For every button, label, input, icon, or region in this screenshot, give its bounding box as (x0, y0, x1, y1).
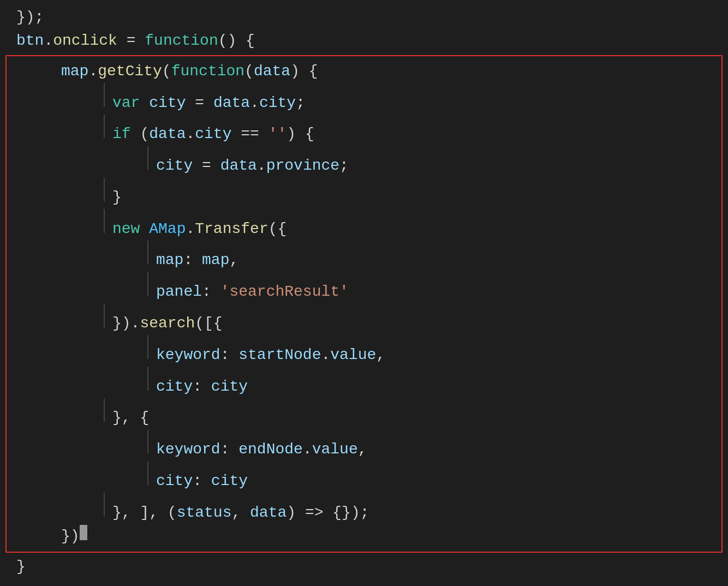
code-line-8: panel: 'searchResult' (7, 272, 721, 304)
code-line-top: }); (0, 5, 728, 29)
code-token: map (156, 248, 183, 272)
code-line-onclick: btn.onclick = function() { (0, 29, 728, 52)
code-token: city (149, 91, 186, 115)
code-line-12: }, { (7, 398, 721, 430)
code-token: city (156, 154, 193, 177)
code-token: value (312, 438, 358, 461)
code-token: btn (16, 29, 44, 52)
text-cursor (80, 525, 87, 540)
code-token: city (211, 375, 248, 398)
code-line-bottom: } (0, 555, 728, 578)
code-token: city (259, 91, 296, 115)
code-token: value (330, 343, 376, 367)
code-line-3: if (data.city == '') { (7, 115, 721, 146)
code-token: province (266, 154, 339, 177)
code-token: Transfer (195, 217, 268, 241)
code-token: () { (218, 29, 255, 52)
code-token: city (211, 469, 248, 493)
code-token: status (177, 501, 232, 524)
highlighted-code-block: map.getCity(function(data) { var city = … (5, 55, 723, 553)
code-line-7: map: map, (7, 241, 721, 272)
code-line-10: keyword: startNode.value, (7, 335, 721, 367)
code-token: search (140, 312, 195, 335)
code-token: data (254, 59, 290, 83)
code-token: if (112, 122, 131, 146)
code-token: keyword (156, 438, 220, 461)
code-line-11: city: city (7, 367, 721, 398)
code-line-close: }) (7, 524, 721, 548)
code-token: data (149, 122, 186, 146)
code-token: } (16, 555, 26, 578)
code-token: city (156, 375, 193, 398)
code-line-14: city: city (7, 462, 721, 493)
code-token: keyword (156, 343, 220, 367)
code-token: 'searchResult' (220, 280, 349, 303)
code-token: city (156, 469, 193, 493)
code-token: function (171, 59, 244, 83)
code-line-6: new AMap.Transfer({ (7, 209, 721, 241)
code-token: data (220, 154, 257, 177)
code-token: = (117, 29, 145, 52)
code-token: map (61, 59, 88, 83)
code-line-1: map.getCity(function(data) { (7, 59, 721, 83)
code-token: endNode (238, 438, 303, 461)
code-line-2: var city = data.city; (7, 83, 721, 115)
code-line-13: keyword: endNode.value, (7, 430, 721, 462)
code-token: var (112, 91, 140, 115)
code-line-9: }).search([{ (7, 304, 721, 336)
code-token: new (112, 217, 140, 241)
code-token: }); (16, 5, 44, 29)
code-token: city (195, 122, 231, 146)
code-token: panel (156, 280, 202, 303)
code-token: onclick (53, 29, 117, 52)
code-token: function (145, 29, 218, 52)
code-token: data (250, 501, 287, 524)
code-token: '' (268, 122, 287, 146)
code-token: AMap (149, 217, 186, 241)
code-editor: }); btn.onclick = function() { map.getCi… (0, 0, 728, 584)
code-line-4: city = data.province; (7, 146, 721, 178)
code-line-15: }, ], (status, data) => {}); (7, 493, 721, 524)
code-token: getCity (98, 59, 162, 83)
code-token: map (202, 248, 229, 272)
code-token: startNode (238, 343, 321, 367)
code-token: . (44, 29, 53, 52)
code-token: data (213, 91, 250, 115)
code-line-5: } (7, 178, 721, 210)
